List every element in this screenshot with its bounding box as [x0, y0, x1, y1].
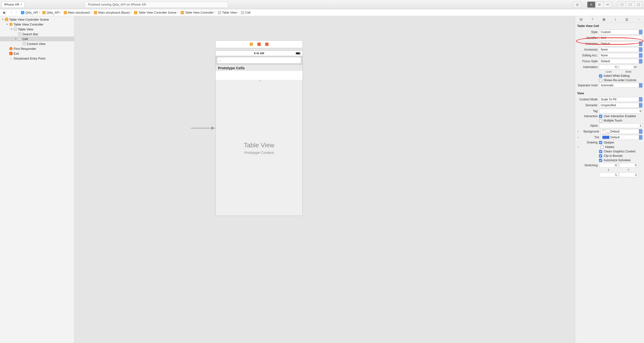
focus-style-select[interactable]: Default [599, 59, 642, 64]
outline-row[interactable]: ▼Table View [0, 27, 74, 32]
editing-acc-select[interactable]: None [599, 53, 642, 58]
outline-row[interactable]: ▼Cell [0, 36, 74, 41]
selection-label: Selection [577, 42, 598, 46]
view-controller-icon[interactable] [250, 42, 253, 46]
device-preview: 9:41 AM ⌕ Prototype Cells Table View Pro… [215, 50, 303, 216]
identifier-field[interactable]: Cell [599, 36, 642, 40]
library-button[interactable]: ◎ [573, 2, 581, 8]
attributes-inspector-tab[interactable]: ⇣ [613, 18, 618, 21]
drawing-label: Drawing [577, 141, 598, 144]
accessory-label: Accessory [577, 48, 598, 51]
breadcrumb-item[interactable]: Table View [217, 11, 237, 14]
breadcrumb-item[interactable]: Main.storyboard [63, 11, 90, 14]
color-swatch-icon [602, 136, 610, 139]
toggle-debug-button[interactable]: ▢ [626, 2, 634, 8]
multiple-touch-checkbox[interactable]: Multiple Touch [599, 119, 642, 122]
status-time: 9:41 AM [254, 52, 264, 55]
disclosure-triangle-icon[interactable]: ▼ [6, 23, 8, 26]
toggle-inspector-button[interactable]: ▢ [634, 2, 642, 8]
prototype-cell[interactable] [216, 71, 302, 80]
add-background-button[interactable]: + [577, 130, 580, 134]
outline-row[interactable]: →Storyboard Entry Point [0, 56, 74, 61]
view-icon [18, 37, 22, 40]
chevron-right-icon: 〉 [60, 10, 63, 14]
disclosure-triangle-icon[interactable]: ▼ [14, 38, 17, 40]
clears-graphics-checkbox[interactable]: Clears Graphics Context [599, 150, 642, 153]
outline-row[interactable]: Exit [0, 51, 74, 56]
background-select[interactable]: Default [600, 129, 642, 134]
accessory-select[interactable]: None [599, 47, 642, 52]
standard-editor-button[interactable]: ≡ [587, 2, 596, 8]
stretch-x-field[interactable]: 0 [599, 163, 618, 168]
selection-select[interactable]: Default [599, 41, 642, 46]
tag-field[interactable]: 0 [599, 109, 642, 114]
breadcrumb: Qiita_API〉Qiita_API〉Main.storyboard〉Main… [20, 10, 251, 14]
storyboard-canvas[interactable]: 9:41 AM ⌕ Prototype Cells Table View Pro… [74, 16, 575, 343]
first-responder-icon[interactable] [257, 42, 261, 46]
stretch-y-field[interactable]: 0 [619, 163, 638, 168]
indent-level-field[interactable]: 0 [599, 65, 618, 70]
indent-while-editing-checkbox[interactable]: Indent While Editing [599, 74, 642, 78]
assistant-editor-button[interactable]: ⊘ [596, 2, 604, 8]
shows-reorder-checkbox[interactable]: Shows Re-order Controls [599, 78, 642, 82]
breadcrumb-label: Table View [222, 11, 237, 14]
content-mode-label: Content Mode [577, 98, 598, 101]
breadcrumb-item[interactable]: Qiita_API [20, 11, 39, 14]
panel-toggle-group: ▢ ▢ ▢ [618, 2, 642, 8]
toggle-navigator-button[interactable]: ▢ [618, 2, 626, 8]
outline-label: First Responder [14, 47, 36, 50]
help-inspector-tab[interactable]: ? [590, 18, 595, 21]
exit-icon[interactable] [265, 42, 268, 46]
tag-label: Tag [577, 110, 598, 113]
version-editor-button[interactable]: ↩︎ [604, 2, 612, 8]
breadcrumb-item[interactable]: Table View Controller Scene [134, 11, 177, 14]
view-icon [241, 11, 244, 14]
content-mode-select[interactable]: Scale To Fill [599, 97, 642, 102]
status-bar: 9:41 AM [216, 51, 302, 56]
alpha-field[interactable]: 1 [599, 123, 642, 128]
indent-width-field[interactable]: 10 [619, 65, 638, 70]
tint-select[interactable]: Default [600, 135, 642, 140]
connections-inspector-tab[interactable]: → [636, 18, 641, 21]
hidden-checkbox[interactable]: Hidden [600, 145, 642, 149]
back-button[interactable]: 〈 [8, 10, 13, 14]
outline-row[interactable]: ▼Table View Controller [0, 22, 74, 27]
identity-inspector-tab[interactable]: ▦ [601, 18, 606, 21]
outline-row[interactable]: Search Bar [0, 32, 74, 36]
fr-icon [9, 47, 13, 50]
semantic-select[interactable]: Unspecified [599, 103, 642, 108]
related-items-button[interactable]: ▣ [2, 11, 7, 14]
style-select[interactable]: Custom [599, 30, 642, 34]
document-outline: ▼Table View Controller Scene▼Table View … [0, 16, 74, 343]
folder-icon [42, 11, 46, 14]
user-interaction-checkbox[interactable]: User Interaction Enabled [599, 114, 642, 118]
breadcrumb-item[interactable]: Qiita_API [42, 11, 60, 14]
breadcrumb-item[interactable]: Table View Controller [180, 11, 214, 14]
file-inspector-tab[interactable]: ▤ [578, 18, 584, 21]
placeholder-title: Table View [244, 142, 274, 149]
scheme-selector[interactable]: iPhone XR ▾ [2, 2, 24, 8]
search-bar[interactable]: ⌕ [217, 57, 301, 64]
clip-to-bounds-checkbox[interactable]: Clip to Bounds [599, 154, 642, 158]
scene-dock[interactable] [215, 40, 303, 48]
outline-row[interactable]: Content View [0, 41, 74, 46]
outline-row[interactable]: ▼Table View Controller Scene [0, 17, 74, 22]
window-toolbar: iPhone XR ▾ Finished running Qiita_API o… [0, 0, 644, 9]
outline-row[interactable]: First Responder [0, 46, 74, 51]
autoresize-checkbox[interactable]: Autoresize Subviews [599, 158, 642, 162]
stretch-w-field[interactable]: 1 [599, 172, 618, 177]
outline-label: Table View Controller [14, 22, 44, 26]
disclosure-triangle-icon[interactable]: ▼ [2, 18, 4, 21]
add-drawing-button[interactable]: + [577, 145, 580, 149]
forward-button[interactable]: 〉 [14, 10, 20, 14]
section-title-view: View [575, 90, 644, 96]
add-tint-button[interactable]: + [577, 136, 580, 139]
opaque-checkbox[interactable]: Opaque [599, 141, 642, 144]
separator-select[interactable]: Automatic [599, 83, 642, 88]
breadcrumb-item[interactable]: Main.storyboard (Base) [93, 11, 130, 14]
size-inspector-tab[interactable]: ▥ [624, 18, 630, 21]
breadcrumb-label: Main.storyboard (Base) [98, 11, 130, 14]
breadcrumb-item[interactable]: Cell [240, 11, 251, 14]
disclosure-triangle-icon[interactable]: ▼ [10, 28, 13, 30]
stretch-h-field[interactable]: 1 [619, 172, 638, 177]
